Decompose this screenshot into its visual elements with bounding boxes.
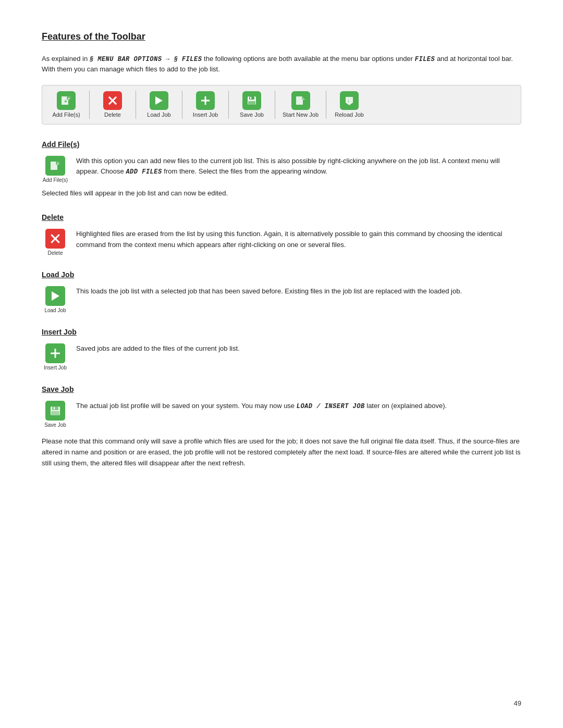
mini-btn-delete: Delete [42,229,69,256]
arrow-right-shape [155,96,163,105]
mini-save-job-icon [45,401,65,421]
start-new-job-icon [291,91,310,110]
svg-rect-5 [249,96,254,100]
section-add-files-title: Add File(s) [42,140,521,149]
svg-text:+: + [57,161,59,166]
mini-add-files-icon: + [45,156,65,176]
reload-job-icon: ↓ [340,91,359,110]
delete-icon [103,91,122,110]
plus-icon-shape [51,349,60,358]
save-job-link: Load / Insert Job [297,403,365,410]
svg-rect-17 [52,406,58,410]
toolbar-btn-add-files-label: Add File(s) [52,112,80,118]
toolbar-btn-save-job-label: Save Job [240,112,264,118]
section-add-files: Add File(s) + Add File(s) With this opti… [42,140,521,199]
intro-link1[interactable]: § Menu Bar Options → § Files [90,56,202,63]
section-insert-job: Insert Job Insert Job Saved jobs are add… [42,328,521,371]
toolbar-sep-4 [228,91,229,119]
mini-btn-save-job-label: Save Job [44,422,66,428]
section-delete: Delete Delete Highlighted files are eras… [42,213,521,256]
insert-job-icon [196,91,215,110]
mini-btn-insert-job: Insert Job [42,343,69,371]
toolbar-btn-delete[interactable]: Delete [97,91,128,118]
section-load-job-content: Load Job This loads the job list with a … [42,286,521,313]
mini-load-job-icon [45,286,65,306]
toolbar-btn-reload-job[interactable]: ↓ Reload Job [334,91,365,118]
intro-paragraph: As explained in § Menu Bar Options → § F… [42,54,521,75]
mini-btn-insert-job-label: Insert Job [44,365,67,371]
page-number: 49 [514,699,521,707]
toolbar-btn-reload-job-label: Reload Job [335,112,364,118]
section-delete-title: Delete [42,213,521,221]
load-job-icon [150,91,168,110]
section-save-job-content: Save Job The actual job list profile wil… [42,401,521,428]
intro-link2[interactable]: Files [415,56,435,63]
section-insert-job-title: Insert Job [42,328,521,336]
section-load-job-text: This loads the job list with a selected … [76,286,521,297]
mini-delete-icon [45,229,65,249]
toolbar-btn-delete-label: Delete [104,112,121,118]
toolbar-sep-1 [89,91,90,119]
section-save-job-text: The actual job list profile will be save… [76,401,521,412]
toolbar-bar: + + Add File(s) Delete Load Job [42,85,521,125]
svg-rect-7 [250,97,251,99]
section-save-job-title: Save Job [42,385,521,393]
toolbar-sep-6 [326,91,326,119]
toolbar-sep-2 [136,91,136,119]
x-shape [108,96,117,105]
section-add-files-subtext: Selected files will appear in the job li… [42,188,521,199]
toolbar-btn-insert-job[interactable]: Insert Job [190,91,221,118]
toolbar-btn-load-job[interactable]: Load Job [143,91,175,118]
svg-text:+: + [68,96,70,101]
add-files-link: Add Files [126,168,162,176]
page-title: Features of the Toolbar [42,31,521,42]
toolbar-sep-5 [275,91,275,119]
toolbar-btn-save-job[interactable]: Save Job [236,91,267,118]
mini-btn-load-job: Load Job [42,286,69,313]
toolbar-btn-start-new-job[interactable]: Start New Job [283,91,319,118]
section-add-files-text: With this option you can add new files t… [76,156,521,178]
mini-btn-save-job: Save Job [42,401,69,428]
section-load-job-title: Load Job [42,270,521,279]
section-insert-job-content: Insert Job Saved jobs are added to the f… [42,343,521,371]
svg-rect-6 [248,101,255,105]
mini-insert-job-icon [45,343,65,363]
section-insert-job-text: Saved jobs are added to the files of the… [76,343,521,354]
svg-text:↓: ↓ [347,98,350,103]
page-container: Features of the Toolbar As explained in … [0,0,563,515]
svg-rect-18 [51,411,59,415]
mini-btn-delete-label: Delete [48,250,63,256]
toolbar-sep-3 [182,91,182,119]
section-add-files-content: + Add File(s) With this option you can a… [42,156,521,183]
save-job-icon [242,91,261,110]
mini-btn-load-job-label: Load Job [44,307,66,313]
arrow-shape [52,291,59,301]
section-delete-text: Highlighted files are erased from the li… [76,229,521,251]
section-save-job-note: Please note that this command only will … [42,436,521,468]
section-save-job: Save Job Save Job The actual job list pr… [42,385,521,468]
mini-btn-add-files: + Add File(s) [42,156,69,183]
toolbar-btn-load-job-label: Load Job [147,112,170,118]
svg-text:+: + [64,98,67,104]
toolbar-btn-insert-job-label: Insert Job [193,112,218,118]
toolbar-btn-add-files[interactable]: + + Add File(s) [51,91,82,118]
toolbar-btn-start-new-job-label: Start New Job [283,112,319,118]
plus-shape [201,96,210,105]
section-load-job: Load Job Load Job This loads the job lis… [42,270,521,313]
svg-rect-19 [54,407,55,410]
section-delete-content: Delete Highlighted files are erased from… [42,229,521,256]
add-files-icon: + + [57,91,76,110]
mini-btn-add-files-label: Add File(s) [43,177,68,183]
